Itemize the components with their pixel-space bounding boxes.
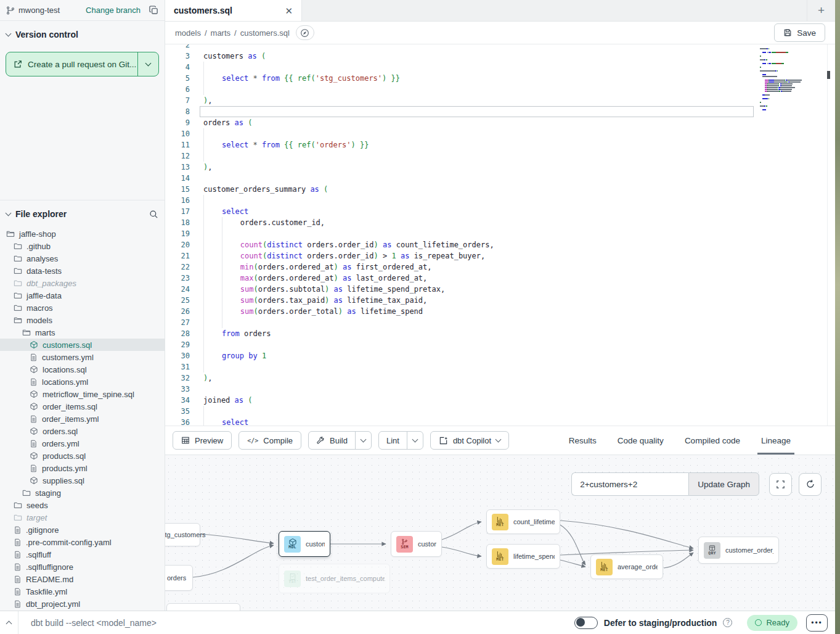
code-line-11[interactable]: 11 select * from {{ ref('orders') }} [165,139,835,150]
folder-item-marts[interactable]: marts [0,326,165,339]
code-area[interactable]: 23customers as (45 select * from {{ ref(… [165,44,835,426]
lineage-node-customer_order_metrics[interactable]: QRYcustomer_order_metrics [698,537,779,564]
folder-item-analyses[interactable]: analyses [0,252,165,265]
dbt-command-input[interactable] [18,618,574,628]
tab-results[interactable]: Results [569,426,597,455]
lineage-node-test_order_items_compute_to_bools[interactable]: TSTtest_order_items_compute_to_bools... [279,564,390,593]
code-line-35[interactable]: 35 [165,406,835,417]
file-item-customers.sql[interactable]: customers.sql [0,339,165,351]
file-item-locations.yml[interactable]: locations.yml [0,376,165,388]
file-item-supplies.sql[interactable]: supplies.sql [0,474,165,487]
file-item-customers.yml[interactable]: customers.yml [0,351,165,363]
code-line-22[interactable]: 22 min(orders.ordered_at) as first_order… [165,261,835,273]
code-line-34[interactable]: 34joined as ( [165,395,835,406]
code-line-33[interactable]: 33 [165,384,835,395]
file-item-.sqlfluffignore[interactable]: .sqlfluffignore [0,561,165,573]
file-explorer-header[interactable]: File explorer [0,200,165,224]
file-item-products.yml[interactable]: products.yml [0,462,165,474]
lineage-node-partial[interactable] [166,603,240,611]
lint-button[interactable]: Lint [379,432,407,449]
folder-item-dbt_packages[interactable]: dbt_packages [0,277,165,289]
tab-code-quality[interactable]: Code quality [618,426,664,455]
code-line-32[interactable]: 32), [165,373,835,384]
code-line-18[interactable]: 18 orders.customer_id, [165,217,835,228]
file-item-orders.sql[interactable]: orders.sql [0,425,165,437]
code-line-28[interactable]: 28 from orders [165,328,835,339]
folder-item-staging[interactable]: staging [0,487,165,499]
folder-item-target[interactable]: target [0,511,165,524]
folder-item-models[interactable]: models [0,314,165,326]
change-branch-link[interactable]: Change branch [86,6,141,15]
code-line-9[interactable]: 9orders as ( [165,117,835,128]
file-item-.gitignore[interactable]: .gitignore [0,524,165,536]
code-line-2[interactable]: 2 [165,44,835,51]
code-line-12[interactable]: 12 [165,150,835,162]
build-caret-button[interactable] [355,432,371,449]
copy-icon[interactable] [149,6,158,15]
code-line-30[interactable]: 30 group by 1 [165,350,835,361]
code-line-6[interactable]: 6 [165,84,835,95]
code-line-20[interactable]: 20 count(distinct orders.order_id) as co… [165,239,835,250]
expand-command-bar-button[interactable] [0,611,18,634]
code-line-3[interactable]: 3customers as ( [165,51,835,62]
code-line-23[interactable]: 23 max(orders.ordered_at) as last_ordere… [165,273,835,284]
lineage-node-lifetime_spend_pretax[interactable]: METlifetime_spend_pretax [486,544,560,569]
help-icon[interactable]: ? [723,618,732,627]
code-line-7[interactable]: 7), [165,95,835,106]
folder-item-.github[interactable]: .github [0,240,165,252]
lineage-compass-button[interactable] [296,25,314,40]
editor-minimap[interactable] [760,46,809,111]
code-line-26[interactable]: 26 sum(orders.order_total) as lifetime_s… [165,306,835,317]
build-button[interactable]: Build [309,432,355,449]
code-line-24[interactable]: 24 sum(orders.subtotal) as lifetime_spen… [165,284,835,295]
more-options-button[interactable]: ••• [806,614,828,632]
file-item-metricflow_time_spine.sql[interactable]: metricflow_time_spine.sql [0,388,165,400]
lineage-node-count_lifetime_orders[interactable]: METcount_lifetime_orders [486,509,560,534]
file-item-.pre-commit-config.yaml[interactable]: .pre-commit-config.yaml [0,536,165,548]
code-line-10[interactable]: 10 [165,128,835,139]
file-item-locations.sql[interactable]: locations.sql [0,363,165,376]
lineage-node-stg_customers[interactable]: stg_customers [165,523,200,546]
folder-item-data-tests[interactable]: data-tests [0,265,165,277]
update-graph-button[interactable]: Update Graph [688,472,759,496]
code-line-19[interactable]: 19 [165,228,835,239]
code-line-29[interactable]: 29 [165,339,835,350]
scrollbar-thumb[interactable] [827,71,830,79]
create-pr-caret-button[interactable] [137,52,158,76]
lineage-node-orders[interactable]: orders [165,565,193,591]
file-item-products.sql[interactable]: products.sql [0,450,165,462]
tab-compiled-code[interactable]: Compiled code [685,426,740,455]
file-item-.sqlfluff[interactable]: .sqlfluff [0,548,165,561]
file-item-README.md[interactable]: README.md [0,573,165,585]
code-line-36[interactable]: 36 select [165,417,835,426]
model-selector-input[interactable] [571,472,688,496]
preview-button[interactable]: Preview [173,431,232,450]
code-line-5[interactable]: 5 select * from {{ ref('stg_customers') … [165,73,835,84]
code-editor[interactable]: 23customers as (45 select * from {{ ref(… [165,44,835,426]
defer-toggle[interactable] [574,617,598,629]
tab-customers-sql[interactable]: customers.sql ✕ [165,0,302,21]
refresh-button[interactable] [799,473,822,496]
fullscreen-button[interactable] [769,473,792,496]
new-tab-button[interactable]: + [807,0,835,21]
file-item-Taskfile.yml[interactable]: Taskfile.yml [0,585,165,598]
close-icon[interactable]: ✕ [285,6,293,15]
lineage-node-customers[interactable]: MDLcustomers [279,531,330,557]
file-item-order_items.sql[interactable]: order_items.sql [0,400,165,413]
lineage-node-customers[interactable]: SEMcustomers [391,531,442,557]
file-item-orders.yml[interactable]: orders.yml [0,437,165,450]
code-line-27[interactable]: 27 [165,317,835,328]
lineage-node-average_order_value[interactable]: METaverage_order_value [590,554,663,579]
folder-item-macros[interactable]: macros [0,302,165,314]
code-line-13[interactable]: 13), [165,162,835,173]
folder-item-jaffle-data[interactable]: jaffle-data [0,289,165,302]
folder-item-seeds[interactable]: seeds [0,499,165,511]
create-pr-button[interactable]: Create a pull request on Git... [6,52,137,76]
compile-button[interactable]: </> Compile [239,431,301,450]
file-item-order_items.yml[interactable]: order_items.yml [0,413,165,425]
code-line-25[interactable]: 25 sum(orders.tax_paid) as lifetime_tax_… [165,295,835,306]
save-button[interactable]: Save [774,23,825,42]
code-line-16[interactable]: 16 [165,195,835,206]
code-line-8[interactable]: 8 [165,106,835,117]
code-line-15[interactable]: 15customer_orders_summary as ( [165,184,835,195]
